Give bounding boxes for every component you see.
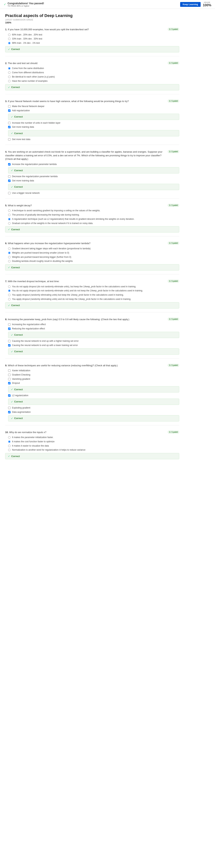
input-q9-0[interactable] xyxy=(8,369,10,372)
option-q10-3[interactable]: Normalization is another word for regula… xyxy=(8,448,179,452)
option-q2-1[interactable]: Come from different distributions xyxy=(8,71,179,74)
option-q5-2[interactable]: A regularization technique (such as L2 r… xyxy=(8,218,179,221)
option-q2-0[interactable]: Come from the same distribution xyxy=(8,67,179,70)
input-q10-1[interactable] xyxy=(8,440,10,443)
input-q8-0[interactable] xyxy=(8,323,10,326)
option-q1-2[interactable]: 98% train . 1% dev . 1% test xyxy=(8,41,179,45)
label-q5-0: A technique to avoid vanishing gradient … xyxy=(12,209,100,212)
question-7: 7. With the inverted dropout technique, … xyxy=(5,280,179,312)
main-content: Practical aspects of Deep Learning LATES… xyxy=(0,9,184,469)
option-q2-2[interactable]: Be identical to each other (same (x,y) p… xyxy=(8,75,179,79)
option-q7-2[interactable]: You apply dropout (randomly eliminating … xyxy=(8,293,179,297)
option-q7-3[interactable]: You apply dropout (randomly eliminating … xyxy=(8,298,179,301)
input-q9-1[interactable] xyxy=(8,374,10,376)
option-q10-2[interactable]: It makes it easier to visualize the data xyxy=(8,444,179,447)
question-7-options: You do not apply dropout (do not randoml… xyxy=(8,285,179,301)
input-q5-2[interactable] xyxy=(8,218,10,220)
input-q3-4[interactable] xyxy=(8,126,10,128)
option-q3-0[interactable]: Make the Neural Network deeper xyxy=(8,105,179,108)
input-q4-0[interactable] xyxy=(8,163,10,165)
option-q6-1[interactable]: Weights are pushed toward becoming small… xyxy=(8,251,179,254)
option-q9-2[interactable]: Vanishing gradient xyxy=(8,377,179,381)
question-1: 1. If you have 10,000,000 examples, how … xyxy=(5,28,179,56)
option-q5-1[interactable]: The process of gradually decreasing the … xyxy=(8,213,179,216)
input-q8-1[interactable] xyxy=(8,328,10,330)
input-q2-2[interactable] xyxy=(8,76,10,78)
label-q9-3: Dropout xyxy=(12,381,20,385)
input-q2-1[interactable] xyxy=(8,71,10,74)
input-q6-1[interactable] xyxy=(8,252,10,254)
input-q5-1[interactable] xyxy=(8,214,10,216)
input-q3-1[interactable] xyxy=(8,110,10,112)
input-q4-5[interactable] xyxy=(8,192,10,194)
option-q9-1[interactable]: Gradient Checking xyxy=(8,373,179,376)
option-q5-3[interactable]: Gradual corruption of the weights in the… xyxy=(8,222,179,225)
input-q1-0[interactable] xyxy=(8,34,10,36)
option-q6-2[interactable]: Weights are pushed toward becoming bigge… xyxy=(8,255,179,259)
option-q4-0[interactable]: Increase the regularization parameter la… xyxy=(8,163,179,166)
input-q3-0[interactable] xyxy=(8,105,10,107)
option-q2-3[interactable]: Have the same number of examples xyxy=(8,80,179,83)
correct-text: Correct xyxy=(14,169,23,172)
option-q5-0[interactable]: A technique to avoid vanishing gradient … xyxy=(8,209,179,212)
option-q6-0[interactable]: Gradient descent taking bigger steps wit… xyxy=(8,247,179,250)
input-q5-0[interactable] xyxy=(8,210,10,212)
option-q8-3[interactable]: Causing the neural network to end up wit… xyxy=(8,340,179,343)
option-q1-0[interactable]: 60% train . 20% dev . 20% test xyxy=(8,33,179,36)
option-q3-4[interactable]: Get more training data xyxy=(8,125,179,129)
page-title: Practical aspects of Deep Learning xyxy=(5,13,179,18)
input-q9-8[interactable] xyxy=(8,411,10,413)
input-q6-2[interactable] xyxy=(8,256,10,258)
label-q2-3: Have the same number of examples xyxy=(12,80,47,83)
option-q3-6[interactable]: Get more test data xyxy=(8,138,179,141)
input-q9-7[interactable] xyxy=(8,407,10,409)
input-q7-1[interactable] xyxy=(8,289,10,292)
option-q8-4[interactable]: Causing the neural network to end up wit… xyxy=(8,344,179,347)
option-q10-1[interactable]: It makes the cost function faster to opt… xyxy=(8,440,179,443)
option-q7-0[interactable]: You do not apply dropout (do not randoml… xyxy=(8,285,179,288)
input-q8-4[interactable] xyxy=(8,344,10,346)
option-q3-3[interactable]: Increase the number of units in each hid… xyxy=(8,121,179,125)
input-q6-3[interactable] xyxy=(8,260,10,262)
option-q4-3[interactable]: Get more training data xyxy=(8,179,179,182)
input-q7-0[interactable] xyxy=(8,285,10,288)
input-q10-3[interactable] xyxy=(8,449,10,451)
input-q7-2[interactable] xyxy=(8,294,10,296)
option-q4-5[interactable]: Use a bigger neural network xyxy=(8,191,179,195)
input-q8-3[interactable] xyxy=(8,340,10,342)
input-q3-3[interactable] xyxy=(8,122,10,124)
input-q6-0[interactable] xyxy=(8,247,10,250)
label-q1-0: 60% train . 20% dev . 20% test xyxy=(12,33,42,36)
input-q4-3[interactable] xyxy=(8,180,10,182)
option-q10-0[interactable]: It makes the parameter initialization fa… xyxy=(8,436,179,439)
question-1-points: 1 / 1 point xyxy=(168,28,179,31)
input-q7-3[interactable] xyxy=(8,298,10,301)
input-q2-3[interactable] xyxy=(8,80,10,82)
option-q9-8[interactable]: Data augmentation xyxy=(8,410,179,414)
input-q10-0[interactable] xyxy=(8,436,10,439)
keep-learning-button[interactable]: Keep Learning xyxy=(180,2,201,7)
option-q1-1[interactable]: 33% train . 33% dev . 33% test xyxy=(8,37,179,40)
option-q8-1[interactable]: Reducing the regularization effect xyxy=(8,327,179,330)
option-q3-1[interactable]: Add regularization xyxy=(8,109,179,112)
option-q4-2[interactable]: Decrease the regularization parameter la… xyxy=(8,175,179,178)
input-q9-3[interactable] xyxy=(8,382,10,384)
option-q7-1[interactable]: You do not apply dropout (do not randoml… xyxy=(8,289,179,292)
input-q1-2[interactable] xyxy=(8,42,10,44)
correct-text: Correct xyxy=(14,417,23,420)
option-q9-7[interactable]: Exploding gradient xyxy=(8,406,179,409)
input-q1-1[interactable] xyxy=(8,38,10,40)
input-q5-3[interactable] xyxy=(8,222,10,224)
option-q9-3[interactable]: Dropout xyxy=(8,381,179,385)
input-q9-5[interactable] xyxy=(8,394,10,397)
option-q8-0[interactable]: Increasing the regularization effect xyxy=(8,323,179,326)
input-q3-6[interactable] xyxy=(8,138,10,141)
input-q9-2[interactable] xyxy=(8,378,10,380)
option-q9-5[interactable]: L2 regularization xyxy=(8,394,179,397)
option-q9-0[interactable]: Xavier initialization xyxy=(8,369,179,372)
input-q2-0[interactable] xyxy=(8,67,10,69)
input-q4-2[interactable] xyxy=(8,175,10,178)
option-q6-3[interactable]: Doubling lambda should roughly result in… xyxy=(8,260,179,263)
input-q10-2[interactable] xyxy=(8,445,10,447)
label-q9-5: L2 regularization xyxy=(12,394,28,397)
